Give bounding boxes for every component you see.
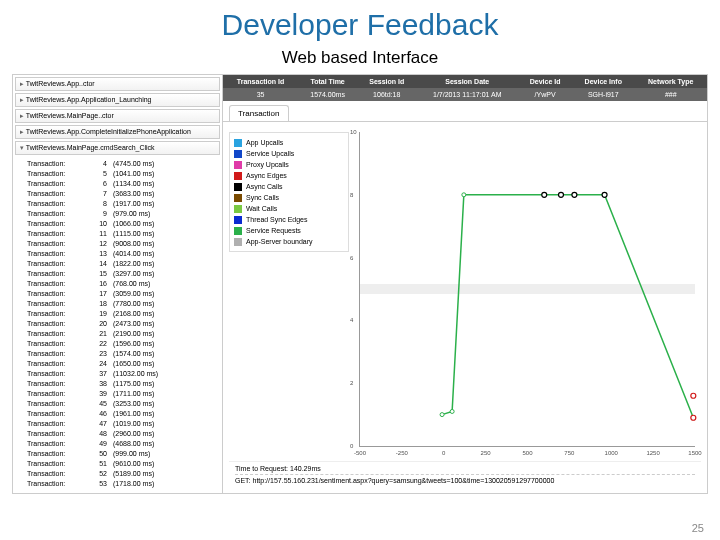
time-to-request: Time to Request: 140.29ms — [235, 465, 695, 475]
legend-item: Async Calls — [234, 181, 344, 192]
transaction-row[interactable]: Transaction:52(5189.00 ms) — [27, 469, 216, 479]
summary-header: Session Date — [416, 75, 518, 88]
legend-item: Proxy Upcalls — [234, 159, 344, 170]
transaction-row[interactable]: Transaction:23(1574.00 ms) — [27, 349, 216, 359]
svg-point-10 — [602, 192, 607, 197]
svg-point-12 — [691, 393, 696, 398]
summary-header: Network Type — [634, 75, 707, 88]
svg-point-0 — [440, 413, 444, 417]
legend-item: App-Server boundary — [234, 236, 344, 247]
summary-value: /YwPV — [518, 88, 572, 101]
transaction-row[interactable]: Transaction:47(1019.00 ms) — [27, 419, 216, 429]
transaction-row[interactable]: Transaction:22(1596.00 ms) — [27, 339, 216, 349]
svg-point-9 — [572, 192, 577, 197]
transaction-row[interactable]: Transaction:13(4014.00 ms) — [27, 249, 216, 259]
request-url: GET: http://157.55.160.231/sentiment.asp… — [235, 477, 695, 484]
transaction-row[interactable]: Transaction:24(1650.00 ms) — [27, 359, 216, 369]
summary-header: Device Info — [572, 75, 634, 88]
transaction-row[interactable]: Transaction:9(979.00 ms) — [27, 209, 216, 219]
transaction-row[interactable]: Transaction:20(2473.00 ms) — [27, 319, 216, 329]
summary-value: SGH-i917 — [572, 88, 634, 101]
chart-plot: 0246810-500-2500250500750100012501500 — [359, 132, 695, 447]
transaction-row[interactable]: Transaction:50(999.00 ms) — [27, 449, 216, 459]
transaction-row[interactable]: Transaction:49(4688.00 ms) — [27, 439, 216, 449]
transaction-row[interactable]: Transaction:21(2190.00 ms) — [27, 329, 216, 339]
transaction-row[interactable]: Transaction:46(1961.00 ms) — [27, 409, 216, 419]
summary-value: 1574.00ms — [298, 88, 357, 101]
transaction-row[interactable]: Transaction:4(4745.00 ms) — [27, 159, 216, 169]
svg-point-7 — [542, 192, 547, 197]
svg-point-11 — [691, 415, 696, 420]
app-frame: TwitReviews.App..ctorTwitReviews.App.App… — [12, 74, 708, 494]
legend-item: Service Upcalls — [234, 148, 344, 159]
summary-header: Session Id — [357, 75, 416, 88]
summary-value: 35 — [223, 88, 298, 101]
transaction-row[interactable]: Transaction:16(768.00 ms) — [27, 279, 216, 289]
chart-panel: App UpcallsService UpcallsProxy UpcallsA… — [223, 121, 707, 493]
transaction-row[interactable]: Transaction:15(3297.00 ms) — [27, 269, 216, 279]
legend-item: App Upcalls — [234, 137, 344, 148]
transaction-row[interactable]: Transaction:48(2960.00 ms) — [27, 429, 216, 439]
svg-point-2 — [462, 193, 466, 197]
right-panel: Transaction IdTotal TimeSession IdSessio… — [223, 75, 707, 493]
transaction-row[interactable]: Transaction:7(3683.00 ms) — [27, 189, 216, 199]
transaction-row[interactable]: Transaction:10(1066.00 ms) — [27, 219, 216, 229]
transaction-row[interactable]: Transaction:37(11032.00 ms) — [27, 369, 216, 379]
tab-transaction[interactable]: Transaction — [229, 105, 289, 121]
transaction-row[interactable]: Transaction:51(9610.00 ms) — [27, 459, 216, 469]
transaction-row[interactable]: Transaction:8(1917.00 ms) — [27, 199, 216, 209]
summary-header: Device Id — [518, 75, 572, 88]
svg-point-8 — [559, 192, 564, 197]
summary-header: Transaction Id — [223, 75, 298, 88]
transaction-list: Transaction:4(4745.00 ms)Transaction:5(1… — [13, 157, 222, 491]
legend-item: Thread Sync Edges — [234, 214, 344, 225]
page-number: 25 — [692, 522, 704, 534]
slide-subtitle: Web based Interface — [0, 48, 720, 68]
tree-item[interactable]: TwitReviews.App..ctor — [15, 77, 220, 91]
transaction-row[interactable]: Transaction:17(3059.00 ms) — [27, 289, 216, 299]
legend-item: Sync Calls — [234, 192, 344, 203]
request-info: Time to Request: 140.29ms GET: http://15… — [229, 461, 701, 487]
legend-item: Wait Calls — [234, 203, 344, 214]
svg-point-1 — [450, 409, 454, 413]
left-panel: TwitReviews.App..ctorTwitReviews.App.App… — [13, 75, 223, 493]
transaction-row[interactable]: Transaction:11(1115.00 ms) — [27, 229, 216, 239]
summary-value: 1/7/2013 11:17:01 AM — [416, 88, 518, 101]
legend-item: Service Requests — [234, 225, 344, 236]
transaction-row[interactable]: Transaction:18(7780.00 ms) — [27, 299, 216, 309]
call-tree: TwitReviews.App..ctorTwitReviews.App.App… — [13, 77, 222, 155]
tree-item[interactable]: TwitReviews.MainPage..ctor — [15, 109, 220, 123]
transaction-row[interactable]: Transaction:12(9008.00 ms) — [27, 239, 216, 249]
transaction-row[interactable]: Transaction:39(1711.00 ms) — [27, 389, 216, 399]
transaction-row[interactable]: Transaction:19(2168.00 ms) — [27, 309, 216, 319]
summary-value: 106td:18 — [357, 88, 416, 101]
transaction-row[interactable]: Transaction:38(1175.00 ms) — [27, 379, 216, 389]
tree-item[interactable]: TwitReviews.App.Application_Launching — [15, 93, 220, 107]
transaction-row[interactable]: Transaction:53(1718.00 ms) — [27, 479, 216, 489]
tree-item[interactable]: TwitReviews.MainPage.cmdSearch_Click — [15, 141, 220, 155]
summary-header: Total Time — [298, 75, 357, 88]
summary-value: ### — [634, 88, 707, 101]
chart-legend: App UpcallsService UpcallsProxy UpcallsA… — [229, 132, 349, 252]
transaction-row[interactable]: Transaction:14(1822.00 ms) — [27, 259, 216, 269]
slide-title: Developer Feedback — [0, 8, 720, 42]
summary-bar: Transaction IdTotal TimeSession IdSessio… — [223, 75, 707, 101]
transaction-row[interactable]: Transaction:5(1041.00 ms) — [27, 169, 216, 179]
transaction-row[interactable]: Transaction:6(1134.00 ms) — [27, 179, 216, 189]
transaction-row[interactable]: Transaction:45(3253.00 ms) — [27, 399, 216, 409]
tree-item[interactable]: TwitReviews.App.CompleteInitializePhoneA… — [15, 125, 220, 139]
legend-item: Async Edges — [234, 170, 344, 181]
